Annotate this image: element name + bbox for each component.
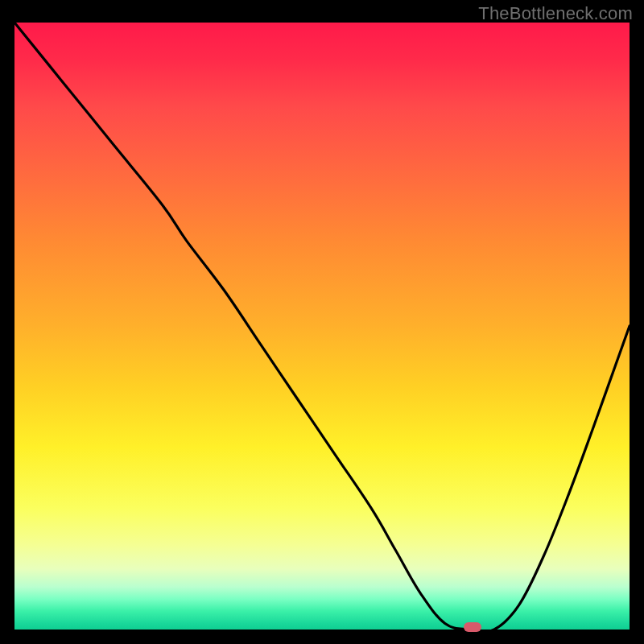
plot-area bbox=[14, 23, 630, 630]
chart-frame: TheBottleneck.com bbox=[0, 0, 644, 644]
optimal-marker bbox=[464, 622, 481, 632]
watermark-text: TheBottleneck.com bbox=[478, 3, 633, 24]
curve-path bbox=[14, 23, 630, 630]
bottleneck-curve bbox=[14, 23, 630, 630]
